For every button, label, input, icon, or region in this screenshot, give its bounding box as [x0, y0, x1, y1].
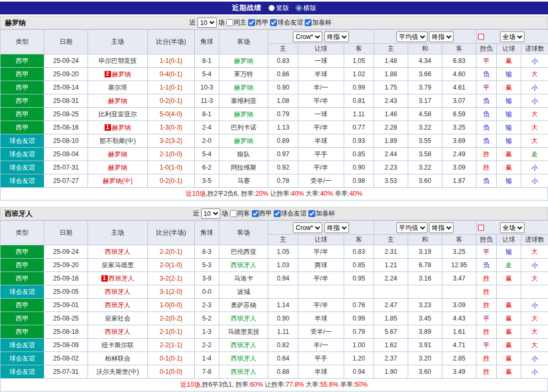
- score-cell[interactable]: 2-0(1-0): [148, 259, 195, 272]
- away-team-link[interactable]: 奥萨苏纳: [231, 301, 257, 309]
- home-team-link[interactable]: 那不勒斯(中): [100, 137, 136, 145]
- handicap-cell: 受半/一: [298, 174, 344, 188]
- league-filter-friendly[interactable]: 球会友谊: [270, 18, 303, 27]
- home-team-link[interactable]: 赫罗纳: [108, 150, 128, 158]
- away-team-link[interactable]: 西班牙人: [231, 368, 257, 375]
- away-team-link[interactable]: 西班牙人: [231, 341, 257, 349]
- catalan-cup-checkbox[interactable]: [308, 210, 315, 217]
- away-team-link[interactable]: 马德里竞技: [228, 328, 260, 335]
- score-cell[interactable]: 2-1(0-0): [148, 148, 195, 161]
- away-team-link[interactable]: 西班牙人: [231, 355, 257, 362]
- home-team-link[interactable]: 赫罗纳: [108, 97, 128, 105]
- home-team-link[interactable]: 塞尔塔: [108, 84, 128, 91]
- away-team-link[interactable]: 巴伦西亚: [231, 248, 257, 255]
- score-cell[interactable]: 1-1(0-1): [148, 54, 195, 68]
- bookmaker-select[interactable]: Crow*: [293, 222, 322, 233]
- average-select[interactable]: 平均值: [396, 222, 427, 233]
- away-team-link[interactable]: 西班牙人: [231, 261, 257, 269]
- score-cell[interactable]: 2-2(0-2): [148, 312, 195, 325]
- home-team-link[interactable]: 西班牙人: [105, 248, 131, 255]
- score-cell[interactable]: 2-1(0-1): [148, 325, 195, 339]
- home-team-link[interactable]: 皇家社会: [105, 315, 131, 322]
- away-team-link[interactable]: 马洛卡: [234, 275, 253, 282]
- same-venue-filter[interactable]: 同主: [226, 18, 247, 27]
- home-team-cell: 皇家社会: [88, 312, 148, 325]
- away-team-link[interactable]: 赫罗纳: [234, 137, 253, 145]
- home-team-link[interactable]: 柏林联合: [105, 355, 131, 362]
- league-filter-catalan-cup[interactable]: 加泰杯: [305, 18, 331, 27]
- catalan-cup-checkbox[interactable]: [305, 19, 312, 26]
- away-team-link[interactable]: 波城: [237, 288, 250, 295]
- home-team-cell: 西班牙人: [88, 299, 148, 312]
- home-team-link[interactable]: 西班牙人: [105, 328, 131, 335]
- same-venue-checkbox[interactable]: [226, 19, 233, 26]
- same-venue-filter[interactable]: 同客: [230, 209, 250, 218]
- score-cell[interactable]: 0-2(0-1): [148, 174, 195, 188]
- score-cell[interactable]: 0-4(0-1): [148, 68, 195, 81]
- league-filter-laliga[interactable]: 西甲: [252, 209, 272, 218]
- layout-horizontal-option[interactable]: 横版: [296, 4, 316, 13]
- fulltime-select[interactable]: 全场: [500, 222, 525, 233]
- home-team-link[interactable]: 西班牙人: [105, 288, 131, 295]
- league-filter-friendly[interactable]: 球会友谊: [274, 209, 307, 218]
- friendly-checkbox[interactable]: [270, 19, 277, 26]
- home-team-link[interactable]: 皇家马德里: [102, 261, 134, 269]
- home-team-link[interactable]: 毕尔巴鄂竞技: [99, 57, 137, 65]
- away-team-link[interactable]: 巴列卡诺: [231, 124, 257, 131]
- recent-count-select[interactable]: 10: [197, 18, 217, 28]
- score-cell[interactable]: 3-1(2-0): [148, 285, 195, 299]
- friendly-checkbox[interactable]: [274, 210, 281, 217]
- odds-stage-select[interactable]: 终指: [324, 31, 349, 42]
- league-filter-laliga[interactable]: 西甲: [248, 18, 268, 27]
- home-team-link[interactable]: 西班牙人: [109, 275, 134, 282]
- away-team-link[interactable]: 赫罗纳: [234, 57, 253, 65]
- score-cell[interactable]: 0-1(0-1): [148, 352, 195, 365]
- score-cell[interactable]: 5-0(4-0): [148, 108, 195, 121]
- score-cell[interactable]: 2-2(1-1): [148, 339, 195, 352]
- laliga-checkbox[interactable]: [252, 210, 259, 217]
- euro-stage-select[interactable]: 终指: [429, 222, 454, 233]
- euro-stage-select[interactable]: 终指: [429, 31, 454, 42]
- horizontal-layout-radio[interactable]: [296, 5, 302, 11]
- average-select[interactable]: 平均值: [396, 31, 427, 42]
- layout-vertical-option[interactable]: 竖版: [268, 4, 289, 13]
- home-team-link[interactable]: 赫罗纳: [108, 164, 128, 171]
- away-team-link[interactable]: 赫罗纳: [234, 110, 253, 118]
- away-team-link[interactable]: 莱万特: [234, 70, 253, 78]
- fulltime-select[interactable]: 全场: [500, 31, 525, 42]
- home-team-link[interactable]: 纽卡斯尔联: [102, 341, 134, 349]
- away-team-link[interactable]: 马赛: [237, 177, 250, 185]
- score-cell[interactable]: 3-2(3-2): [148, 134, 195, 148]
- home-team-link[interactable]: 赫罗纳(中): [103, 177, 133, 185]
- score-cell[interactable]: 0-1(0-0): [148, 365, 195, 379]
- ah-home-odds-cell: 1.13: [268, 121, 298, 134]
- home-team-cell: 塞尔塔: [88, 81, 148, 94]
- score-cell[interactable]: 1-1(0-1): [148, 81, 195, 94]
- score-cell[interactable]: 1-0(0-0): [148, 299, 195, 312]
- away-team-link[interactable]: 阿拉维斯: [231, 164, 257, 171]
- recent-count-select[interactable]: 10: [201, 209, 220, 219]
- result-cell: 胜: [476, 352, 497, 365]
- same-venue-checkbox[interactable]: [230, 210, 237, 217]
- vertical-layout-radio[interactable]: [268, 5, 275, 11]
- home-team-link[interactable]: 西班牙人: [105, 301, 131, 309]
- laliga-checkbox[interactable]: [248, 19, 255, 26]
- league-filter-catalan-cup[interactable]: 加泰杯: [308, 209, 335, 218]
- away-team-link[interactable]: 赫罗纳: [234, 84, 253, 91]
- score-cell[interactable]: 2-2(0-1): [148, 245, 195, 259]
- score-cell[interactable]: 3-2(2-1): [148, 272, 195, 285]
- home-team-link[interactable]: 赫罗纳: [112, 70, 131, 78]
- away-team-link[interactable]: 狼队: [237, 150, 250, 158]
- home-team-link[interactable]: 沃尔夫斯堡(中): [97, 368, 139, 375]
- home-team-link[interactable]: 赫罗纳: [112, 124, 131, 131]
- away-team-link[interactable]: 西班牙人: [231, 315, 257, 322]
- bookmaker-select[interactable]: Crow*: [293, 31, 322, 42]
- away-team-link[interactable]: 塞维利亚: [231, 97, 257, 105]
- score-cell[interactable]: 1-0(1-0): [148, 161, 195, 174]
- handicap-cell: 平/半: [298, 161, 344, 174]
- odds-stage-select[interactable]: 终指: [324, 222, 349, 233]
- odds-home-cell: 2.24: [374, 272, 408, 285]
- home-team-link[interactable]: 比利亚雷亚尔: [99, 110, 137, 118]
- score-cell[interactable]: 1-3(0-3): [148, 121, 195, 134]
- score-cell[interactable]: 0-2(0-1): [148, 94, 195, 108]
